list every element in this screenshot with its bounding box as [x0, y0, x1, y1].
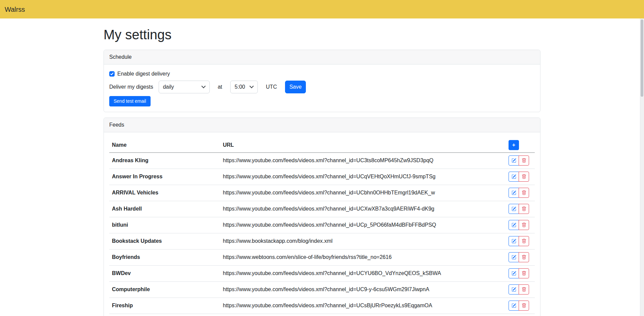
scrollbar-thumb[interactable] [641, 19, 643, 97]
table-row: Boyfriends https://www.webtoons.com/en/s… [109, 249, 535, 265]
delete-feed-button[interactable] [519, 252, 529, 262]
delete-feed-button[interactable] [519, 204, 529, 214]
feed-actions [509, 252, 529, 262]
feed-actions [509, 188, 529, 198]
feed-name: Ash Hardell [109, 201, 220, 217]
timezone-label: UTC [266, 83, 277, 91]
navbar: Walrss [0, 0, 644, 18]
edit-feed-button[interactable] [509, 268, 519, 278]
delete-feed-button[interactable] [519, 236, 529, 246]
main-container: My settings Schedule Enable digest deliv… [99, 18, 545, 316]
trash-icon [522, 303, 526, 308]
table-row: Ash Hardell https://www.youtube.com/feed… [109, 201, 535, 217]
feed-actions [509, 284, 529, 295]
table-row: Bookstack Updates https://www.bookstacka… [109, 233, 535, 249]
frequency-select[interactable]: daily [159, 81, 210, 93]
time-select[interactable]: 5:00 [230, 81, 258, 93]
column-header-url: URL [220, 138, 506, 152]
scrollbar[interactable] [640, 18, 644, 316]
feed-url: https://www.youtube.com/feeds/videos.xml… [220, 201, 506, 217]
feed-url: https://www.youtube.com/feeds/videos.xml… [220, 217, 506, 233]
send-test-email-button[interactable]: Send test email [109, 96, 151, 106]
feed-name: Computerphile [109, 281, 220, 298]
delete-feed-button[interactable] [519, 172, 529, 182]
pencil-square-icon [512, 303, 516, 308]
feeds-table-header-row: Name URL + [109, 138, 535, 152]
enable-digest-label[interactable]: Enable digest delivery [117, 70, 170, 78]
feed-url: https://www.youtube.com/feeds/videos.xml… [220, 185, 506, 201]
feed-url: https://www.youtube.com/feeds/videos.xml… [220, 152, 506, 169]
feed-actions [509, 204, 529, 214]
table-row: Andreas Kling https://www.youtube.com/fe… [109, 152, 535, 169]
feeds-card: Feeds Name URL + And [104, 118, 540, 316]
feed-actions [509, 301, 529, 311]
edit-feed-button[interactable] [509, 220, 519, 230]
pencil-square-icon [512, 239, 516, 243]
edit-feed-button[interactable] [509, 284, 519, 295]
feed-name: Fireship [109, 298, 220, 314]
pencil-square-icon [512, 287, 516, 292]
pencil-square-icon [512, 223, 516, 227]
edit-feed-button[interactable] [509, 204, 519, 214]
navbar-brand[interactable]: Walrss [5, 4, 25, 14]
pencil-square-icon [512, 255, 516, 260]
edit-feed-button[interactable] [509, 188, 519, 198]
deliver-label: Deliver my digests [109, 83, 153, 91]
feed-name: ARRIVAL Vehicles [109, 185, 220, 201]
edit-feed-button[interactable] [509, 252, 519, 262]
feed-name: Boyfriends [109, 249, 220, 265]
table-row: BWDev https://www.youtube.com/feeds/vide… [109, 265, 535, 281]
feeds-card-body: Name URL + Andreas Kling https://www.you… [104, 132, 540, 316]
pencil-square-icon [512, 174, 516, 179]
feed-url: https://www.webtoons.com/en/slice-of-lif… [220, 249, 506, 265]
table-row: Gamers Nexus https://www.youtube.com/fee… [109, 314, 535, 316]
feed-actions [509, 220, 529, 230]
pencil-square-icon [512, 207, 516, 211]
feed-name: bitluni [109, 217, 220, 233]
feed-url: https://www.youtube.com/feeds/videos.xml… [220, 169, 506, 185]
feed-url: https://www.bookstackapp.com/blog/index.… [220, 233, 506, 249]
feed-url: https://www.youtube.com/feeds/videos.xml… [220, 265, 506, 281]
pencil-square-icon [512, 190, 516, 195]
page-title: My settings [104, 25, 540, 45]
feed-name: Andreas Kling [109, 152, 220, 169]
feed-url: https://www.youtube.com/feeds/videos.xml… [220, 298, 506, 314]
delete-feed-button[interactable] [519, 220, 529, 230]
at-label: at [218, 83, 222, 91]
table-row: ARRIVAL Vehicles https://www.youtube.com… [109, 185, 535, 201]
table-row: Answer In Progress https://www.youtube.c… [109, 169, 535, 185]
edit-feed-button[interactable] [509, 236, 519, 246]
feed-actions [509, 172, 529, 182]
delete-feed-button[interactable] [519, 301, 529, 311]
feed-url: https://www.youtube.com/feeds/videos.xml… [220, 281, 506, 298]
trash-icon [522, 239, 526, 243]
trash-icon [522, 287, 526, 292]
column-header-name: Name [109, 138, 220, 152]
schedule-card-body: Enable digest delivery Deliver my digest… [104, 64, 540, 112]
delete-feed-button[interactable] [519, 155, 529, 166]
delete-feed-button[interactable] [519, 188, 529, 198]
trash-icon [522, 190, 526, 195]
edit-feed-button[interactable] [509, 301, 519, 311]
feed-name: Gamers Nexus [109, 314, 220, 316]
table-row: Computerphile https://www.youtube.com/fe… [109, 281, 535, 298]
trash-icon [522, 255, 526, 260]
trash-icon [522, 158, 526, 163]
save-button[interactable]: Save [285, 81, 306, 93]
delete-feed-button[interactable] [519, 268, 529, 278]
feed-url: https://www.youtube.com/feeds/videos.xml… [220, 314, 506, 316]
trash-icon [522, 207, 526, 211]
edit-feed-button[interactable] [509, 172, 519, 182]
schedule-card-header: Schedule [104, 50, 540, 64]
feed-name: BWDev [109, 265, 220, 281]
delete-feed-button[interactable] [519, 284, 529, 295]
pencil-square-icon [512, 271, 516, 276]
edit-feed-button[interactable] [509, 155, 519, 166]
add-feed-button[interactable]: + [509, 140, 519, 150]
trash-icon [522, 174, 526, 179]
trash-icon [522, 271, 526, 276]
enable-digest-checkbox[interactable] [109, 71, 115, 77]
feeds-card-header: Feeds [104, 118, 540, 132]
table-row: Fireship https://www.youtube.com/feeds/v… [109, 298, 535, 314]
feed-name: Answer In Progress [109, 169, 220, 185]
